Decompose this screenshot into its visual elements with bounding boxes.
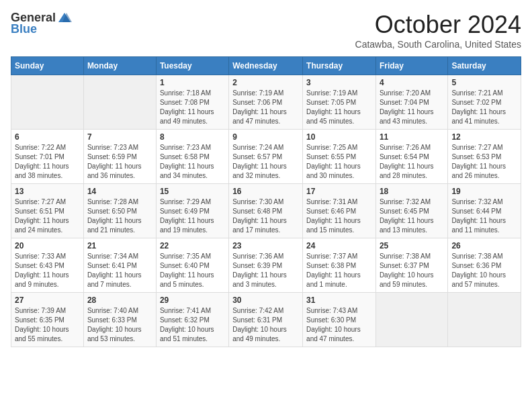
day-number: 30 <box>232 295 299 305</box>
day-number: 6 <box>15 132 80 142</box>
calendar-cell: 20Sunrise: 7:33 AM Sunset: 6:43 PM Dayli… <box>11 238 84 293</box>
title-block: October 2024 Catawba, South Carolina, Un… <box>355 11 521 50</box>
weekday-header-thursday: Thursday <box>303 57 376 75</box>
page-header: General Blue October 2024 Catawba, South… <box>11 11 521 50</box>
calendar-cell: 5Sunrise: 7:21 AM Sunset: 7:02 PM Daylig… <box>448 75 521 130</box>
location-text: Catawba, South Carolina, United States <box>355 39 521 50</box>
day-number: 1 <box>160 78 225 87</box>
day-number: 9 <box>232 132 299 142</box>
calendar-cell: 29Sunrise: 7:41 AM Sunset: 6:32 PM Dayli… <box>156 293 228 347</box>
weekday-header-saturday: Saturday <box>448 57 521 75</box>
calendar-cell: 21Sunrise: 7:34 AM Sunset: 6:41 PM Dayli… <box>83 238 156 293</box>
calendar-cell <box>448 293 521 347</box>
logo-icon <box>57 11 72 25</box>
day-number: 31 <box>306 295 372 305</box>
day-number: 7 <box>87 132 152 142</box>
calendar-cell <box>375 293 447 347</box>
calendar-cell: 24Sunrise: 7:37 AM Sunset: 6:38 PM Dayli… <box>303 238 376 293</box>
day-number: 29 <box>160 295 225 305</box>
day-number: 3 <box>306 78 372 87</box>
day-info: Sunrise: 7:31 AM Sunset: 6:46 PM Dayligh… <box>306 197 372 235</box>
day-number: 14 <box>87 187 152 196</box>
day-number: 16 <box>232 187 299 196</box>
calendar-cell: 18Sunrise: 7:32 AM Sunset: 6:45 PM Dayli… <box>375 184 447 238</box>
calendar-cell <box>11 75 84 130</box>
weekday-header-row: SundayMondayTuesdayWednesdayThursdayFrid… <box>11 57 521 75</box>
calendar-cell: 4Sunrise: 7:20 AM Sunset: 7:04 PM Daylig… <box>375 75 447 130</box>
calendar-cell: 6Sunrise: 7:22 AM Sunset: 7:01 PM Daylig… <box>11 130 84 184</box>
day-number: 24 <box>306 241 372 250</box>
calendar-cell: 17Sunrise: 7:31 AM Sunset: 6:46 PM Dayli… <box>303 184 376 238</box>
day-info: Sunrise: 7:41 AM Sunset: 6:32 PM Dayligh… <box>160 306 225 344</box>
calendar-cell: 8Sunrise: 7:23 AM Sunset: 6:58 PM Daylig… <box>156 130 228 184</box>
day-info: Sunrise: 7:40 AM Sunset: 6:33 PM Dayligh… <box>87 306 152 344</box>
day-info: Sunrise: 7:28 AM Sunset: 6:50 PM Dayligh… <box>87 197 152 235</box>
day-info: Sunrise: 7:22 AM Sunset: 7:01 PM Dayligh… <box>15 143 80 181</box>
day-info: Sunrise: 7:20 AM Sunset: 7:04 PM Dayligh… <box>380 89 444 126</box>
day-number: 22 <box>160 241 225 250</box>
calendar-cell: 14Sunrise: 7:28 AM Sunset: 6:50 PM Dayli… <box>83 184 156 238</box>
weekday-header-monday: Monday <box>83 57 156 75</box>
calendar-cell: 7Sunrise: 7:23 AM Sunset: 6:59 PM Daylig… <box>83 130 156 184</box>
day-number: 19 <box>451 187 517 196</box>
calendar-cell: 31Sunrise: 7:43 AM Sunset: 6:30 PM Dayli… <box>303 293 376 347</box>
day-info: Sunrise: 7:27 AM Sunset: 6:53 PM Dayligh… <box>451 143 517 181</box>
day-number: 4 <box>380 78 444 87</box>
calendar-week-row: 1Sunrise: 7:18 AM Sunset: 7:08 PM Daylig… <box>11 75 521 130</box>
calendar-cell: 22Sunrise: 7:35 AM Sunset: 6:40 PM Dayli… <box>156 238 228 293</box>
calendar-week-row: 13Sunrise: 7:27 AM Sunset: 6:51 PM Dayli… <box>11 184 521 238</box>
day-number: 26 <box>451 241 517 250</box>
calendar-cell: 9Sunrise: 7:24 AM Sunset: 6:57 PM Daylig… <box>229 130 303 184</box>
day-info: Sunrise: 7:34 AM Sunset: 6:41 PM Dayligh… <box>87 252 152 289</box>
calendar-cell: 1Sunrise: 7:18 AM Sunset: 7:08 PM Daylig… <box>156 75 228 130</box>
day-number: 11 <box>380 132 444 142</box>
day-info: Sunrise: 7:21 AM Sunset: 7:02 PM Dayligh… <box>451 89 517 126</box>
calendar-week-row: 27Sunrise: 7:39 AM Sunset: 6:35 PM Dayli… <box>11 293 521 347</box>
day-info: Sunrise: 7:29 AM Sunset: 6:49 PM Dayligh… <box>160 197 225 235</box>
day-info: Sunrise: 7:35 AM Sunset: 6:40 PM Dayligh… <box>160 252 225 289</box>
weekday-header-tuesday: Tuesday <box>156 57 228 75</box>
day-number: 17 <box>306 187 372 196</box>
day-number: 27 <box>15 295 80 305</box>
day-info: Sunrise: 7:32 AM Sunset: 6:45 PM Dayligh… <box>380 197 444 235</box>
day-info: Sunrise: 7:23 AM Sunset: 6:58 PM Dayligh… <box>160 143 225 181</box>
day-number: 20 <box>15 241 80 250</box>
day-info: Sunrise: 7:19 AM Sunset: 7:06 PM Dayligh… <box>232 89 299 126</box>
calendar-cell: 15Sunrise: 7:29 AM Sunset: 6:49 PM Dayli… <box>156 184 228 238</box>
calendar-cell: 23Sunrise: 7:36 AM Sunset: 6:39 PM Dayli… <box>229 238 303 293</box>
day-info: Sunrise: 7:33 AM Sunset: 6:43 PM Dayligh… <box>15 252 80 289</box>
day-info: Sunrise: 7:23 AM Sunset: 6:59 PM Dayligh… <box>87 143 152 181</box>
day-number: 8 <box>160 132 225 142</box>
calendar-cell: 26Sunrise: 7:38 AM Sunset: 6:36 PM Dayli… <box>448 238 521 293</box>
day-info: Sunrise: 7:26 AM Sunset: 6:54 PM Dayligh… <box>380 143 444 181</box>
day-info: Sunrise: 7:27 AM Sunset: 6:51 PM Dayligh… <box>15 197 80 235</box>
day-number: 18 <box>380 187 444 196</box>
day-number: 5 <box>451 78 517 87</box>
calendar-cell: 19Sunrise: 7:32 AM Sunset: 6:44 PM Dayli… <box>448 184 521 238</box>
day-info: Sunrise: 7:18 AM Sunset: 7:08 PM Dayligh… <box>160 89 225 126</box>
day-info: Sunrise: 7:43 AM Sunset: 6:30 PM Dayligh… <box>306 306 372 344</box>
day-number: 12 <box>451 132 517 142</box>
calendar-cell: 13Sunrise: 7:27 AM Sunset: 6:51 PM Dayli… <box>11 184 84 238</box>
calendar-header: SundayMondayTuesdayWednesdayThursdayFrid… <box>11 57 521 75</box>
calendar-cell: 16Sunrise: 7:30 AM Sunset: 6:48 PM Dayli… <box>229 184 303 238</box>
day-number: 21 <box>87 241 152 250</box>
day-number: 2 <box>232 78 299 87</box>
calendar-cell: 10Sunrise: 7:25 AM Sunset: 6:55 PM Dayli… <box>303 130 376 184</box>
day-info: Sunrise: 7:19 AM Sunset: 7:05 PM Dayligh… <box>306 89 372 126</box>
calendar-week-row: 6Sunrise: 7:22 AM Sunset: 7:01 PM Daylig… <box>11 130 521 184</box>
calendar-cell: 11Sunrise: 7:26 AM Sunset: 6:54 PM Dayli… <box>375 130 447 184</box>
day-info: Sunrise: 7:42 AM Sunset: 6:31 PM Dayligh… <box>232 306 299 344</box>
day-number: 23 <box>232 241 299 250</box>
day-info: Sunrise: 7:39 AM Sunset: 6:35 PM Dayligh… <box>15 306 80 344</box>
day-number: 13 <box>15 187 80 196</box>
day-number: 25 <box>380 241 444 250</box>
calendar-table: SundayMondayTuesdayWednesdayThursdayFrid… <box>11 56 521 347</box>
day-info: Sunrise: 7:25 AM Sunset: 6:55 PM Dayligh… <box>306 143 372 181</box>
calendar-week-row: 20Sunrise: 7:33 AM Sunset: 6:43 PM Dayli… <box>11 238 521 293</box>
calendar-cell: 27Sunrise: 7:39 AM Sunset: 6:35 PM Dayli… <box>11 293 84 347</box>
weekday-header-friday: Friday <box>375 57 447 75</box>
day-info: Sunrise: 7:38 AM Sunset: 6:36 PM Dayligh… <box>451 252 517 289</box>
day-number: 15 <box>160 187 225 196</box>
day-info: Sunrise: 7:38 AM Sunset: 6:37 PM Dayligh… <box>380 252 444 289</box>
